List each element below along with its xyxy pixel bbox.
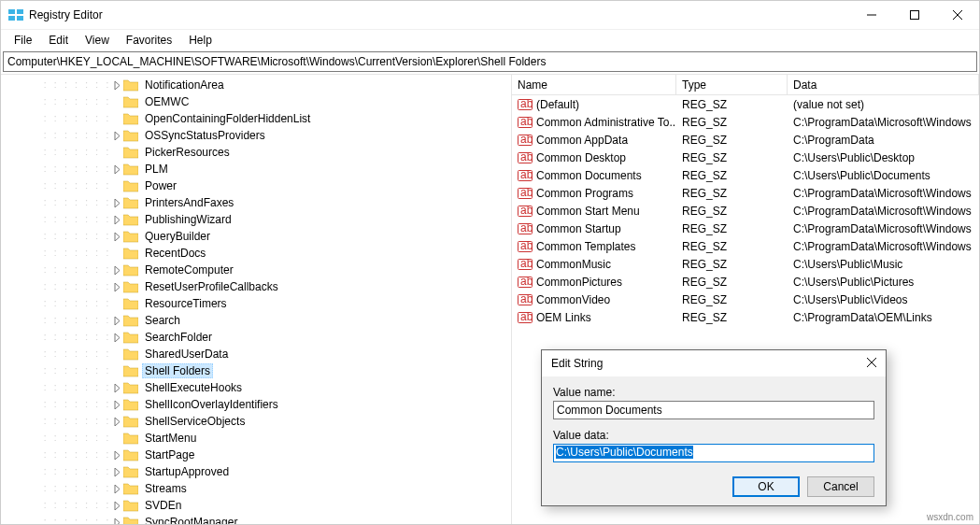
tree-item[interactable]: : : : : : : : StartupApproved (1, 463, 511, 480)
tree-item[interactable]: : : : : : : : QueryBuilder (1, 228, 511, 245)
expand-icon[interactable] (111, 264, 122, 276)
expand-icon[interactable] (111, 382, 122, 393)
value-data-text: C:\Users\Public\Documents (556, 446, 693, 459)
value-data-input[interactable]: C:\Users\Public\Documents (553, 444, 874, 462)
expand-icon[interactable] (111, 433, 122, 444)
tree-item[interactable]: : : : : : : : PrintersAndFaxes (1, 194, 511, 211)
expand-icon[interactable] (111, 315, 122, 326)
expand-icon[interactable] (111, 466, 122, 477)
list-row[interactable]: abCommonPicturesREG_SZC:\Users\Public\Pi… (512, 273, 979, 291)
close-button[interactable] (936, 1, 979, 29)
tree-item-label: StartupApproved (142, 464, 232, 479)
ok-button[interactable]: OK (732, 476, 800, 497)
tree-item[interactable]: : : : : : : : PickerResources (1, 144, 511, 161)
svg-text:ab: ab (520, 168, 533, 181)
menu-favorites[interactable]: Favorites (119, 32, 179, 49)
list-row[interactable]: abCommon TemplatesREG_SZC:\ProgramData\M… (512, 237, 979, 255)
list-row[interactable]: abOEM LinksREG_SZC:\ProgramData\OEM\Link… (512, 308, 979, 326)
expand-icon[interactable] (111, 113, 122, 124)
tree-item[interactable]: : : : : : : : ResourceTimers (1, 295, 511, 312)
value-name-input[interactable] (553, 401, 874, 419)
tree-item[interactable]: : : : : : : : RecentDocs (1, 245, 511, 262)
address-bar[interactable]: Computer\HKEY_LOCAL_MACHINE\SOFTWARE\Mic… (3, 51, 977, 72)
expand-icon[interactable] (111, 281, 122, 292)
col-name[interactable]: Name (512, 75, 676, 94)
value-name: Common AppData (536, 134, 628, 147)
cancel-button[interactable]: Cancel (807, 476, 874, 497)
expand-icon[interactable] (111, 298, 122, 309)
minimize-button[interactable] (850, 1, 893, 29)
tree-item[interactable]: : : : : : : : RemoteComputer (1, 262, 511, 278)
value-type: REG_SZ (676, 205, 788, 218)
expand-icon[interactable] (111, 500, 122, 511)
list-row[interactable]: abCommon DesktopREG_SZC:\Users\Public\De… (512, 149, 979, 166)
tree-item[interactable]: : : : : : : : NotificationArea (1, 77, 511, 93)
expand-icon[interactable] (111, 231, 122, 242)
tree-item-label: PublishingWizard (142, 212, 234, 227)
tree-item[interactable]: : : : : : : : ResetUserProfileCallbacks (1, 278, 511, 295)
expand-icon[interactable] (111, 214, 122, 225)
tree-item[interactable]: : : : : : : : ShellExecuteHooks (1, 379, 511, 396)
expand-icon[interactable] (111, 248, 122, 259)
expand-icon[interactable] (111, 180, 122, 192)
tree-item[interactable]: : : : : : : : PLM (1, 161, 511, 177)
menu-help[interactable]: Help (181, 32, 220, 49)
list-row[interactable]: abCommon Start MenuREG_SZC:\ProgramData\… (512, 202, 979, 220)
svg-text:ab: ab (520, 292, 533, 305)
tree-item[interactable]: : : : : : : : SharedUserData (1, 346, 511, 362)
expand-icon[interactable] (111, 483, 122, 494)
list-row[interactable]: ab(Default)REG_SZ(value not set) (512, 95, 979, 113)
tree-view[interactable]: : : : : : : : NotificationArea: : : : : … (1, 75, 512, 524)
col-type[interactable]: Type (676, 75, 788, 94)
tree-item[interactable]: : : : : : : : StartMenu (1, 430, 511, 447)
regedit-icon (8, 7, 23, 22)
list-row[interactable]: abCommon AppDataREG_SZC:\ProgramData (512, 131, 979, 149)
tree-item[interactable]: : : : : : : : PublishingWizard (1, 211, 511, 228)
expand-icon[interactable] (111, 197, 122, 208)
menu-view[interactable]: View (78, 32, 117, 49)
expand-icon[interactable] (111, 517, 122, 524)
maximize-button[interactable] (893, 1, 936, 29)
svg-text:ab: ab (520, 257, 533, 270)
expand-icon[interactable] (111, 348, 122, 360)
value-data: C:\ProgramData\Microsoft\Windows (788, 116, 979, 129)
tree-item[interactable]: : : : : : : : OpenContainingFolderHidden… (1, 110, 511, 127)
expand-icon[interactable] (111, 96, 122, 107)
expand-icon[interactable] (111, 416, 122, 427)
expand-icon[interactable] (111, 365, 122, 376)
menu-edit[interactable]: Edit (41, 32, 76, 49)
tree-item[interactable]: : : : : : : : SVDEn (1, 497, 511, 514)
expand-icon[interactable] (111, 399, 122, 410)
value-type: REG_SZ (676, 222, 788, 235)
tree-item[interactable]: : : : : : : : ShellIconOverlayIdentifier… (1, 396, 511, 413)
svg-text:ab: ab (520, 310, 533, 323)
expand-icon[interactable] (111, 130, 122, 141)
tree-item[interactable]: : : : : : : : Shell Folders (1, 362, 511, 379)
list-row[interactable]: abCommonMusicREG_SZC:\Users\Public\Music (512, 255, 979, 273)
tree-item[interactable]: : : : : : : : ShellServiceObjects (1, 413, 511, 430)
value-type: REG_SZ (676, 276, 788, 289)
tree-item[interactable]: : : : : : : : SyncRootManager (1, 514, 511, 524)
expand-icon[interactable] (111, 79, 122, 91)
dialog-close-button[interactable] (867, 357, 876, 370)
expand-icon[interactable] (111, 163, 122, 175)
tree-item[interactable]: : : : : : : : SearchFolder (1, 329, 511, 346)
expand-icon[interactable] (111, 147, 122, 158)
menu-file[interactable]: File (7, 32, 39, 49)
tree-item[interactable]: : : : : : : : StartPage (1, 447, 511, 463)
tree-item[interactable]: : : : : : : : Streams (1, 480, 511, 497)
list-row[interactable]: abCommonVideoREG_SZC:\Users\Public\Video… (512, 291, 979, 308)
tree-item[interactable]: : : : : : : : Power (1, 177, 511, 194)
col-data[interactable]: Data (788, 75, 979, 94)
svg-text:ab: ab (520, 150, 533, 163)
tree-item[interactable]: : : : : : : : OSSyncStatusProviders (1, 127, 511, 144)
list-row[interactable]: abCommon ProgramsREG_SZC:\ProgramData\Mi… (512, 184, 979, 202)
list-row[interactable]: abCommon Administrative To...REG_SZC:\Pr… (512, 113, 979, 131)
list-row[interactable]: abCommon DocumentsREG_SZC:\Users\Public\… (512, 166, 979, 184)
expand-icon[interactable] (111, 332, 122, 343)
tree-item[interactable]: : : : : : : : Search (1, 312, 511, 329)
expand-icon[interactable] (111, 449, 122, 461)
value-data: C:\ProgramData\Microsoft\Windows (788, 205, 979, 218)
list-row[interactable]: abCommon StartupREG_SZC:\ProgramData\Mic… (512, 220, 979, 237)
tree-item[interactable]: : : : : : : : OEMWC (1, 93, 511, 110)
